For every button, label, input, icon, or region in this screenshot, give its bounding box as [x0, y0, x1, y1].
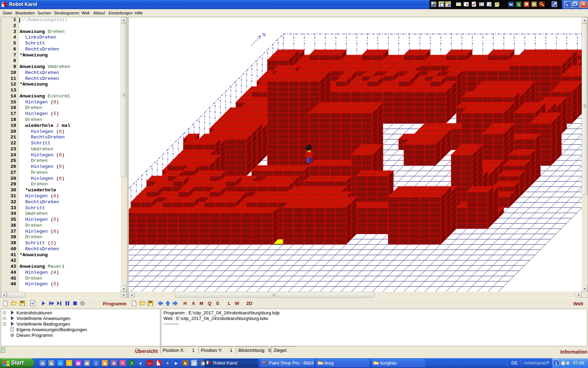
- svg-text:W: W: [509, 2, 513, 7]
- svg-text:N: N: [262, 32, 266, 37]
- svg-text:X: X: [517, 2, 520, 7]
